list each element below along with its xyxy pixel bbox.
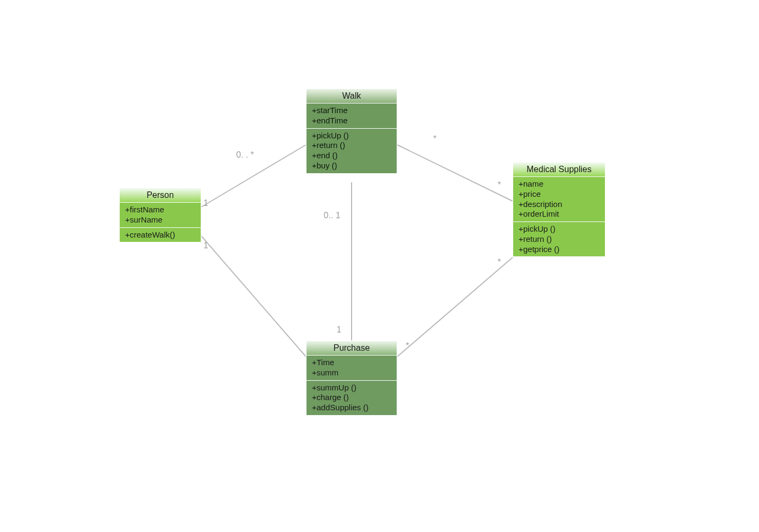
mult-walk-medical-walk: * [433,134,436,144]
class-medical[interactable]: Medical Supplies +name +price +descripti… [513,162,605,257]
mult-person-walk-person: 1 [203,198,208,208]
mult-person-walk-walk: 0. . * [236,150,254,160]
op: +buy () [312,161,391,171]
op: +charge () [312,393,391,403]
attr: +Time [312,358,391,368]
attr: +surName [125,215,195,225]
op: +return () [519,234,600,245]
svg-line-1 [201,236,306,357]
class-walk-attrs: +starTime +endTime [306,104,397,129]
attr: +name [519,179,600,189]
diagram-canvas: 1 0. . * 1 * * * * 0.. 1 1 Person +first… [0,0,759,532]
mult-walk-purchase-purchase: 1 [337,325,341,335]
op: +pickUp () [312,131,391,141]
attr: +endTime [312,116,391,126]
attr: +orderLimit [519,209,600,219]
class-purchase[interactable]: Purchase +Time +summ +summUp () +charge … [306,341,397,416]
mult-purchase-medical-purchase: * [406,341,409,351]
class-walk-header: Walk [306,89,397,104]
class-purchase-header: Purchase [306,341,397,356]
class-walk[interactable]: Walk +starTime +endTime +pickUp () +retu… [306,88,397,174]
class-purchase-attrs: +Time +summ [306,356,397,381]
mult-purchase-medical-medical: * [498,257,501,267]
class-medical-attrs: +name +price +description +orderLimit [513,177,605,222]
op: +end () [312,151,391,161]
class-walk-ops: +pickUp () +return () +end () +buy () [306,129,397,173]
attr: +starTime [312,106,391,116]
mult-walk-medical-medical: * [498,180,501,190]
op: +getprice () [519,245,600,255]
attr: +firstName [125,205,195,215]
class-person[interactable]: Person +firstName +surName +createWalk() [119,188,201,242]
op: +summUp () [312,383,391,393]
class-medical-ops: +pickUp () +return () +getprice () [513,222,605,256]
class-person-ops: +createWalk() [120,228,201,242]
svg-line-2 [397,145,513,201]
op: +pickUp () [519,224,600,234]
mult-person-purchase-person: 1 [203,241,208,250]
op: +return () [312,141,391,151]
svg-line-3 [397,257,513,357]
connectors [0,0,759,532]
class-person-header: Person [120,188,201,203]
op: +createWalk() [125,230,195,240]
attr: +price [519,189,600,200]
attr: +summ [312,368,391,378]
op: +addSupplies () [312,403,391,413]
attr: +description [519,200,600,210]
class-purchase-ops: +summUp () +charge () +addSupplies () [306,381,397,415]
class-medical-header: Medical Supplies [513,162,605,177]
mult-walk-purchase-walk: 0.. 1 [324,211,340,220]
class-person-attrs: +firstName +surName [120,203,201,228]
